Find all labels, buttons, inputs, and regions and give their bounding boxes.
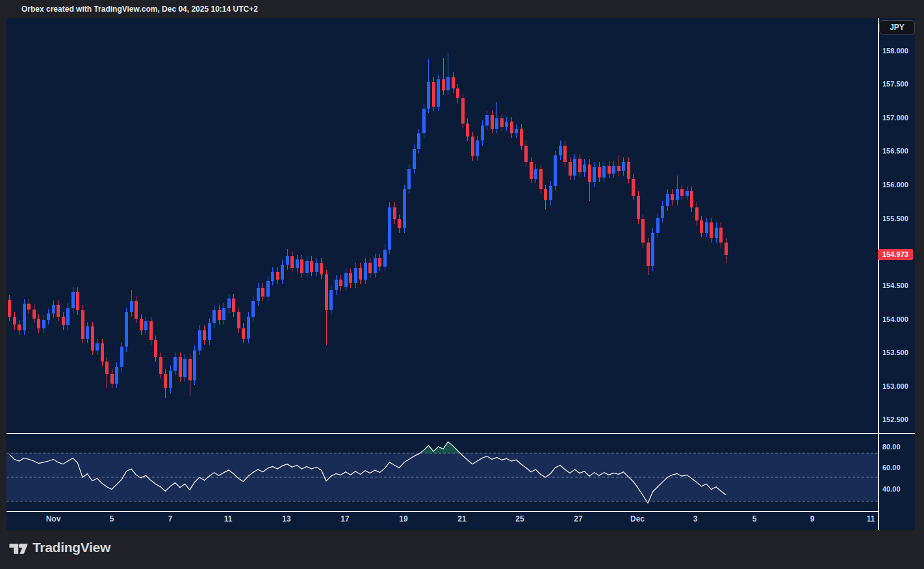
candle-up (705, 222, 708, 233)
candle-up (257, 288, 260, 302)
candle-up (144, 321, 148, 330)
candle-down (159, 357, 162, 374)
candle-up (193, 351, 196, 381)
candle-up (120, 347, 123, 367)
candle-up (66, 308, 70, 326)
candle-up (422, 109, 426, 133)
price-tick-label: 152.500 (882, 416, 908, 423)
candle-up (208, 323, 211, 340)
candle-up (476, 140, 479, 156)
time-tick-label: 13 (272, 514, 301, 523)
rsi-tick-label: 60.00 (882, 464, 901, 471)
candle-down (149, 321, 153, 340)
price-tick-label: 156.000 (882, 181, 908, 189)
candle-up (407, 169, 411, 189)
candle-down (154, 340, 157, 357)
candle-down (8, 300, 11, 317)
candle-down (300, 259, 303, 273)
candle-up (169, 371, 172, 389)
chart-surface[interactable]: 158.000157.500157.000156.500156.000155.5… (6, 18, 915, 530)
candle-down (320, 263, 323, 274)
candle-up (383, 250, 387, 267)
price-tick-label: 153.000 (882, 382, 908, 390)
candle-down (539, 169, 543, 189)
candle-up (549, 186, 552, 201)
candle-up (315, 263, 318, 271)
time-tick-label: Dec (623, 514, 652, 523)
time-tick-label: 19 (389, 514, 418, 523)
candle-down (500, 118, 504, 126)
candle-down (32, 310, 36, 319)
candle-down (110, 374, 114, 384)
time-tick-label: 3 (681, 514, 710, 523)
candle-down (578, 159, 582, 172)
candle-up (222, 308, 225, 321)
candle-down (188, 359, 192, 380)
candle-down (310, 261, 313, 272)
candle-down (13, 317, 16, 324)
candle-up (417, 133, 420, 149)
candle-down (671, 194, 674, 200)
candle-down (530, 162, 533, 179)
rsi-pane[interactable] (6, 434, 879, 511)
time-tick-label: Nov (39, 514, 68, 523)
last-price-badge: 154.973 (878, 249, 913, 260)
candle-down (725, 243, 728, 254)
candlestick-pane[interactable] (6, 18, 879, 433)
candle-down (81, 310, 84, 339)
candle-up (281, 265, 284, 280)
candle-up (305, 261, 309, 273)
candle-down (524, 146, 528, 163)
candle-up (125, 312, 128, 347)
candle-up (559, 146, 562, 156)
time-tick-label: 21 (448, 514, 476, 523)
candle-down (378, 258, 381, 266)
candle-down (62, 317, 65, 325)
candle-up (573, 159, 576, 176)
candle-down (76, 292, 79, 310)
candle-down (349, 273, 352, 284)
candle-up (364, 263, 367, 280)
candle-up (329, 290, 333, 310)
candle-up (622, 162, 625, 170)
candle-up (130, 301, 133, 312)
candle-up (335, 280, 338, 290)
candle-down (632, 179, 635, 196)
price-tick-label: 156.500 (882, 147, 908, 155)
currency-button[interactable]: JPY (879, 20, 915, 34)
rsi-tick-label: 40.00 (882, 485, 901, 493)
candle-up (71, 292, 75, 308)
price-tick-label: 153.500 (882, 349, 908, 356)
candle-down (232, 298, 235, 312)
candle-up (676, 189, 679, 201)
candle-down (520, 129, 523, 146)
candle-up (403, 189, 406, 228)
candle-down (27, 304, 31, 309)
candle-down (569, 162, 572, 176)
candle-down (452, 77, 455, 88)
candle-up (437, 79, 440, 106)
tradingview-brand[interactable]: TradingView (32, 540, 110, 555)
candle-up (42, 320, 45, 328)
candle-down (325, 274, 328, 310)
candle-down (647, 243, 650, 266)
candle-down (140, 319, 143, 330)
candle-down (598, 167, 601, 178)
candle-down (617, 166, 621, 171)
candle-up (271, 272, 274, 282)
candle-up (212, 310, 216, 324)
candle-down (164, 374, 167, 389)
tradingview-chart-window: Orbex created with TradingView.com, Dec … (0, 0, 924, 569)
candle-down (637, 196, 640, 219)
candle-down (442, 79, 445, 90)
candle-up (656, 218, 660, 233)
candle-up (198, 330, 201, 351)
candle-up (485, 115, 489, 126)
candle-down (588, 165, 591, 183)
candle-down (627, 162, 630, 179)
candle-down (242, 328, 245, 339)
attribution-text: Orbex created with TradingView.com, Dec … (0, 0, 924, 18)
candle-up (481, 126, 484, 141)
candle-down (368, 263, 372, 273)
candle-down (491, 115, 494, 129)
